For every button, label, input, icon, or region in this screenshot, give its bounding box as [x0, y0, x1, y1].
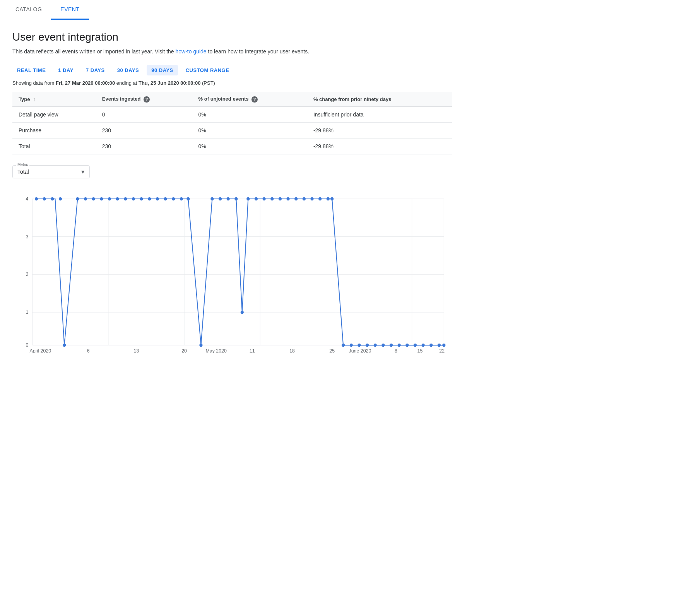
time-tab-realtime[interactable]: REAL TIME — [12, 65, 50, 75]
data-info-text: Showing data from — [12, 80, 56, 86]
time-tab-1day[interactable]: 1 DAY — [53, 65, 78, 75]
ingested-help-icon[interactable]: ? — [144, 96, 150, 103]
svg-point-38 — [210, 197, 214, 200]
svg-point-48 — [286, 197, 289, 200]
svg-point-19 — [51, 197, 54, 200]
col-type-label: Type — [19, 96, 30, 102]
data-info-timezone: (PST) — [200, 80, 215, 86]
cell-type-2: Total — [12, 138, 96, 154]
svg-point-29 — [132, 197, 135, 200]
cell-ingested-2: 230 — [96, 138, 192, 154]
time-tab-7days[interactable]: 7 DAYS — [81, 65, 109, 75]
svg-text:May 2020: May 2020 — [206, 348, 227, 353]
cell-unjoined-0: 0% — [192, 106, 307, 122]
line-chart: 4 3 2 1 0 — [12, 191, 452, 353]
events-table: Type ↑ Events ingested ? % of unjoined e… — [12, 92, 452, 154]
svg-point-26 — [108, 197, 111, 200]
cell-ingested-1: 230 — [96, 122, 192, 138]
metric-label: Metric — [16, 163, 29, 167]
svg-point-63 — [405, 344, 409, 347]
cell-type-0: Detail page view — [12, 106, 96, 122]
svg-text:April 2020: April 2020 — [29, 348, 51, 353]
svg-point-39 — [219, 197, 222, 200]
svg-text:20: 20 — [181, 348, 187, 353]
svg-point-59 — [374, 344, 377, 347]
svg-point-55 — [342, 344, 345, 347]
svg-point-49 — [294, 197, 298, 200]
cell-type-1: Purchase — [12, 122, 96, 138]
svg-point-44 — [255, 197, 258, 200]
col-header-type: Type ↑ — [12, 92, 96, 106]
svg-point-30 — [140, 197, 143, 200]
table-header-row: Type ↑ Events ingested ? % of unjoined e… — [12, 92, 452, 106]
svg-point-64 — [414, 344, 417, 347]
description-end: to learn how to integrate your user even… — [207, 48, 309, 55]
chevron-down-icon: ▼ — [80, 169, 86, 175]
col-unjoined-label: % of unjoined events — [198, 96, 249, 102]
col-header-ingested: Events ingested ? — [96, 92, 192, 106]
time-tab-30days[interactable]: 30 DAYS — [113, 65, 144, 75]
cell-ingested-0: 0 — [96, 106, 192, 122]
cell-change-2: -29.88% — [307, 138, 452, 154]
svg-point-27 — [116, 197, 119, 200]
table-row: Total 230 0% -29.88% — [12, 138, 452, 154]
svg-point-65 — [422, 344, 425, 347]
svg-point-53 — [327, 197, 330, 200]
description-start: This data reflects all events written or… — [12, 48, 175, 55]
metric-section: Metric Total ▼ — [12, 165, 452, 178]
svg-text:1: 1 — [26, 310, 28, 315]
svg-point-17 — [35, 197, 38, 200]
svg-text:11: 11 — [250, 348, 255, 353]
svg-point-58 — [366, 344, 369, 347]
svg-point-51 — [310, 197, 313, 200]
svg-point-54 — [330, 197, 334, 200]
data-info-start-date: Fri, 27 Mar 2020 00:00:00 — [56, 80, 115, 86]
svg-point-43 — [246, 197, 250, 200]
sort-asc-icon[interactable]: ↑ — [33, 96, 36, 102]
svg-point-35 — [180, 197, 183, 200]
table-row: Detail page view 0 0% Insufficient prior… — [12, 106, 452, 122]
metric-dropdown[interactable]: Metric Total ▼ — [12, 165, 90, 178]
svg-point-45 — [262, 197, 265, 200]
top-nav: CATALOG EVENT — [0, 0, 691, 20]
time-tab-custom[interactable]: CUSTOM RANGE — [181, 65, 234, 75]
svg-point-52 — [318, 197, 322, 200]
svg-text:0: 0 — [26, 342, 28, 348]
svg-point-47 — [279, 197, 282, 200]
svg-text:22: 22 — [439, 348, 445, 353]
data-info-bar: Showing data from Fri, 27 Mar 2020 00:00… — [12, 80, 452, 86]
cell-unjoined-2: 0% — [192, 138, 307, 154]
svg-text:2: 2 — [26, 272, 28, 277]
unjoined-help-icon[interactable]: ? — [251, 96, 258, 103]
svg-text:15: 15 — [417, 348, 422, 353]
svg-point-20 — [59, 197, 62, 200]
time-tab-90days[interactable]: 90 DAYS — [147, 65, 178, 75]
cell-change-1: -29.88% — [307, 122, 452, 138]
svg-point-42 — [241, 311, 244, 314]
svg-point-22 — [76, 197, 79, 200]
data-info-middle: ending at — [115, 80, 139, 86]
svg-point-46 — [270, 197, 274, 200]
svg-text:8: 8 — [395, 348, 397, 353]
svg-point-50 — [303, 197, 306, 200]
svg-point-68 — [442, 344, 445, 347]
svg-point-57 — [357, 344, 361, 347]
cell-unjoined-1: 0% — [192, 122, 307, 138]
data-info-end-date: Thu, 25 Jun 2020 00:00:00 — [139, 80, 200, 86]
howto-guide-link[interactable]: how-to guide — [175, 48, 206, 55]
cell-change-0: Insufficient prior data — [307, 106, 452, 122]
svg-point-32 — [156, 197, 159, 200]
col-ingested-label: Events ingested — [102, 96, 141, 102]
svg-point-66 — [429, 344, 433, 347]
svg-point-31 — [148, 197, 151, 200]
svg-point-41 — [234, 197, 238, 200]
tab-catalog[interactable]: CATALOG — [6, 0, 51, 20]
svg-point-36 — [186, 197, 190, 200]
svg-text:June 2020: June 2020 — [349, 348, 371, 353]
time-range-tabs: REAL TIME 1 DAY 7 DAYS 30 DAYS 90 DAYS C… — [12, 65, 452, 75]
svg-point-40 — [227, 197, 230, 200]
tab-event[interactable]: EVENT — [51, 0, 89, 20]
svg-point-24 — [92, 197, 95, 200]
svg-text:4: 4 — [26, 196, 28, 202]
svg-point-33 — [164, 197, 167, 200]
